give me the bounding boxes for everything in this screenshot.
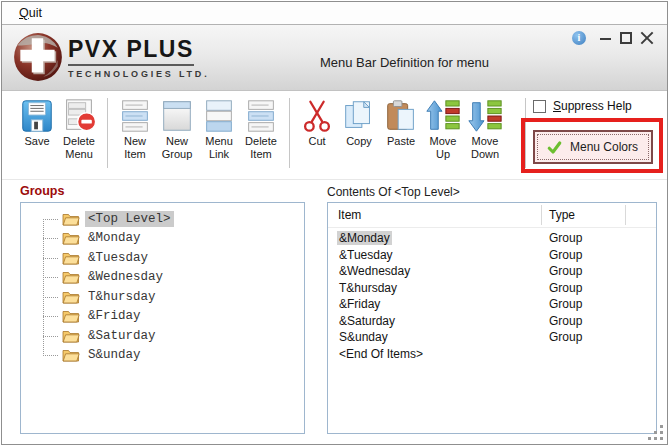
toolbar-button-move-down[interactable]: Move Down (464, 97, 506, 161)
column-divider (625, 205, 626, 225)
toolbar-button-cut[interactable]: Cut (296, 97, 338, 148)
tree-item[interactable]: S&unday (21, 346, 304, 366)
tree-item[interactable]: &Wednesday (21, 268, 304, 288)
toolbar-button-save[interactable]: Save (16, 97, 58, 148)
minimize-icon[interactable] (599, 32, 612, 45)
toolbar-button-move-up[interactable]: Move Up (422, 97, 464, 161)
folder-icon (62, 329, 80, 343)
folder-icon (62, 348, 80, 362)
toolbar-button-label: Copy (346, 135, 372, 148)
tree-item-label: &Tuesday (85, 250, 151, 266)
toolbar-button-label: Paste (387, 135, 415, 148)
toolbar-button-label: New (166, 135, 188, 148)
toolbar-button-label: Down (471, 148, 499, 161)
app-window: Quit PVX PLUS TECHNOLOGIES LTD. Menu Bar… (1, 1, 668, 445)
tree-item[interactable]: &Friday (21, 307, 304, 327)
toolbar-button-copy[interactable]: Copy (338, 97, 380, 148)
tree-item-label: T&hursday (85, 289, 159, 305)
folder-icon (62, 251, 80, 265)
brand-title: PVX PLUS (68, 36, 194, 66)
toolbar-button-label: Delete (245, 135, 277, 148)
list-cell-item: <End Of Items> (337, 347, 425, 361)
list-cell-item: T&hursday (337, 281, 399, 295)
list-cell-type: Group (549, 297, 582, 311)
resize-grip[interactable] (648, 425, 664, 441)
delete-menu-icon (60, 97, 98, 135)
toolbar-button-label: Item (250, 148, 271, 161)
tree-item-label: <Top Level> (85, 211, 174, 227)
tree-item-label: S&unday (85, 347, 144, 363)
suppress-help-checkbox[interactable] (533, 100, 546, 113)
list-row[interactable]: <End Of Items> (328, 346, 656, 363)
tree-item[interactable]: &Tuesday (21, 248, 304, 268)
toolbar-button-label: Move (430, 135, 457, 148)
list-cell-item: &Friday (337, 297, 382, 311)
toolbar-button-label: Delete (63, 135, 95, 148)
list-rows: &Monday Group &Tuesday Group &Wednesday … (328, 228, 656, 362)
list-row[interactable]: &Wednesday Group (328, 263, 656, 280)
groups-tree-panel[interactable]: <Top Level> &Monday &Tuesday &Wednesday … (20, 202, 305, 434)
toolbar-button-label: Save (24, 135, 49, 148)
tree-item[interactable]: <Top Level> (21, 209, 304, 229)
column-header-type[interactable]: Type (549, 208, 575, 222)
copy-icon (340, 97, 378, 135)
column-header-item[interactable]: Item (338, 208, 361, 222)
suppress-help-group: Suppress Help (533, 99, 632, 113)
tree-item[interactable]: T&hursday (21, 287, 304, 307)
toolbar-button-new-group[interactable]: New Group (156, 97, 198, 161)
paste-icon (382, 97, 420, 135)
tree-item-label: &Monday (85, 230, 144, 246)
checkmark-icon (546, 140, 563, 155)
close-icon[interactable] (640, 31, 654, 45)
list-cell-type: Group (549, 314, 582, 328)
list-row[interactable]: S&unday Group (328, 329, 656, 346)
move-down-icon (466, 97, 504, 135)
toolbar-button-paste[interactable]: Paste (380, 97, 422, 148)
maximize-icon[interactable] (620, 32, 632, 44)
toolbar-button-label: Menu (205, 135, 233, 148)
tree-item[interactable]: &Saturday (21, 326, 304, 346)
toolbar: Save Delete Menu New Item New Group Menu… (2, 91, 667, 180)
list-row[interactable]: &Saturday Group (328, 313, 656, 330)
title-band: PVX PLUS TECHNOLOGIES LTD. Menu Bar Defi… (2, 25, 667, 91)
list-header: Item Type (328, 203, 656, 228)
menu-colors-button[interactable]: Menu Colors (533, 130, 653, 164)
toolbar-button-label: Move (472, 135, 499, 148)
menu-link-icon (200, 97, 238, 135)
tree-items: <Top Level> &Monday &Tuesday &Wednesday … (21, 209, 304, 365)
tree-item-label: &Saturday (85, 328, 159, 344)
menu-colors-label: Menu Colors (563, 140, 651, 154)
contents-list-panel[interactable]: Item Type &Monday Group &Tuesday Group &… (327, 202, 657, 434)
list-cell-type: Group (549, 281, 582, 295)
tree-item[interactable]: &Monday (21, 229, 304, 249)
list-cell-type: Group (549, 264, 582, 278)
list-row[interactable]: &Monday Group (328, 230, 656, 247)
list-cell-item: S&unday (337, 330, 390, 344)
toolbar-button-label: Item (124, 148, 145, 161)
list-cell-item: &Tuesday (337, 248, 395, 262)
pvx-globe-logo-icon (11, 29, 65, 85)
menu-quit[interactable]: Quit (19, 6, 42, 20)
list-row[interactable]: &Tuesday Group (328, 247, 656, 264)
folder-icon (62, 270, 80, 284)
list-cell-item: &Monday (337, 231, 392, 245)
toolbar-button-delete-item[interactable]: Delete Item (240, 97, 282, 161)
toolbar-button-label: New (124, 135, 146, 148)
info-icon[interactable]: i (572, 31, 586, 45)
column-divider (541, 205, 542, 225)
list-cell-item: &Saturday (337, 314, 397, 328)
list-cell-type: Group (549, 248, 582, 262)
toolbar-separator (107, 98, 108, 168)
folder-icon (62, 290, 80, 304)
window-controls: i (572, 31, 654, 45)
delete-item-icon (242, 97, 280, 135)
brand-block: PVX PLUS TECHNOLOGIES LTD. (68, 36, 209, 79)
toolbar-button-menu-link[interactable]: Menu Link (198, 97, 240, 161)
save-icon (18, 97, 56, 135)
list-row[interactable]: &Friday Group (328, 296, 656, 313)
list-row[interactable]: T&hursday Group (328, 280, 656, 297)
folder-icon (62, 231, 80, 245)
toolbar-button-delete-menu[interactable]: Delete Menu (58, 97, 100, 161)
toolbar-button-new-item[interactable]: New Item (114, 97, 156, 161)
cut-icon (298, 97, 336, 135)
